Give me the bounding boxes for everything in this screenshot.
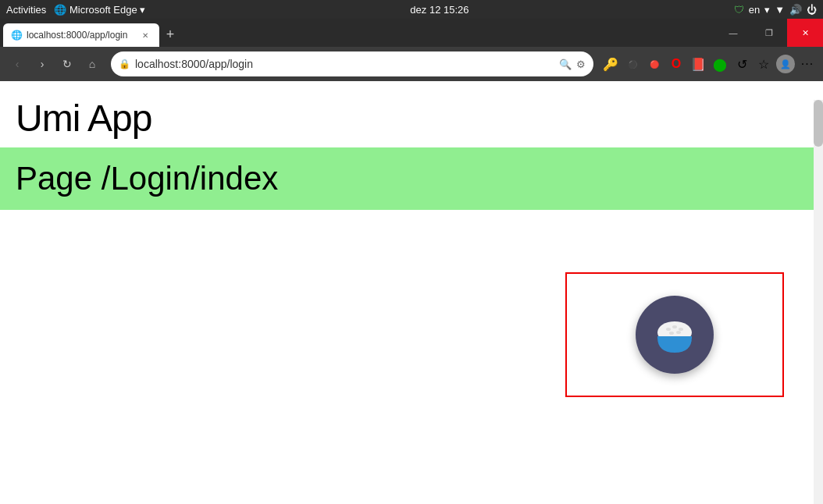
lang-display[interactable]: en (749, 4, 760, 16)
page-banner: Page /Login/index (0, 147, 823, 210)
chevron-down-icon-lang: ▾ (764, 4, 770, 16)
rice-bowl-icon (651, 314, 698, 357)
forward-button[interactable]: › (31, 53, 53, 75)
favorites-icon[interactable]: ☆ (754, 55, 773, 73)
close-button[interactable]: ✕ (787, 19, 823, 47)
webpage-content: Umi App Page /Login/index (0, 81, 823, 504)
home-button[interactable]: ⌂ (81, 53, 103, 75)
search-zoom-icon: 🔍 (559, 59, 572, 70)
tab-title: localhost:8000/app/login (27, 30, 127, 41)
page-body (0, 210, 823, 444)
svg-point-4 (669, 332, 674, 335)
svg-point-3 (679, 328, 683, 331)
more-options-icon[interactable]: ··· (798, 55, 817, 73)
ext-key-icon[interactable]: 🔑 (601, 55, 620, 73)
customize-icon: ⚙ (576, 59, 586, 70)
svg-rect-6 (657, 336, 692, 339)
back-button[interactable]: ‹ (6, 53, 28, 75)
new-tab-button[interactable]: + (159, 23, 181, 45)
reload-button[interactable]: ↻ (56, 53, 78, 75)
volume-icon: 🔊 (789, 4, 802, 16)
app-title: Umi App (16, 97, 807, 140)
ext-book-icon[interactable]: 📕 (689, 55, 707, 73)
ext-green-icon[interactable]: ⬤ (711, 55, 729, 73)
tab-close-button[interactable]: ✕ (139, 29, 151, 41)
scrollbar-thumb[interactable] (814, 100, 823, 147)
wifi-icon: ▼ (775, 4, 785, 16)
ext-opera-icon[interactable]: O (667, 55, 686, 73)
lock-icon: 🔒 (119, 59, 130, 69)
maximize-button[interactable]: ❐ (751, 19, 787, 47)
datetime-display: dez 12 15:26 (410, 4, 469, 16)
edge-favicon-icon: 🌐 (54, 4, 66, 16)
activities-label[interactable]: Activities (6, 4, 46, 16)
chevron-down-icon: ▾ (140, 4, 145, 16)
browser-label-topbar[interactable]: 🌐 Microsoft Edge ▾ (54, 4, 145, 16)
shield-icon: 🛡 (734, 4, 744, 16)
svg-point-2 (672, 325, 677, 328)
page-path-label: Page /Login/index (16, 160, 278, 197)
ext-refresh-icon[interactable]: ↺ (732, 55, 751, 73)
umi-logo-circle (636, 296, 714, 374)
address-bar[interactable]: 🔒 localhost:8000/app/login 🔍 ⚙ (111, 51, 593, 76)
tab-favicon-icon: 🌐 (11, 30, 22, 41)
svg-point-1 (666, 328, 671, 331)
power-icon: ⏻ (807, 4, 817, 16)
active-tab[interactable]: 🌐 localhost:8000/app/login ✕ (3, 23, 159, 47)
ext-circle-icon[interactable]: ⚫ (623, 55, 642, 73)
url-display: localhost:8000/app/login (135, 58, 554, 70)
app-title-section: Umi App (0, 81, 823, 147)
ext-red-icon[interactable]: 🔴 (645, 55, 664, 73)
minimize-button[interactable]: — (715, 19, 751, 47)
umi-icon-container (565, 272, 784, 397)
profile-avatar[interactable]: 👤 (776, 55, 795, 73)
svg-point-5 (676, 331, 681, 334)
